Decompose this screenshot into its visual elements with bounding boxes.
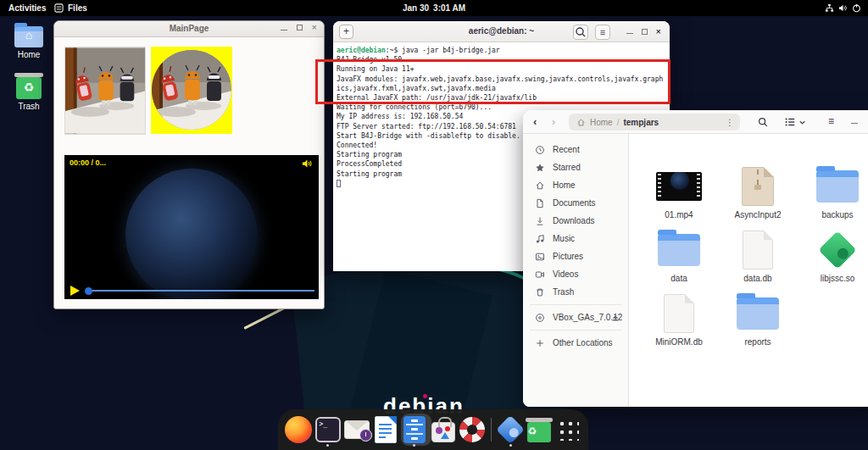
terminal-search-button[interactable] — [573, 25, 588, 40]
system-status-area[interactable] — [825, 0, 861, 16]
files-grid: 01.mp4 AsyncInput2 backups data data.db … — [630, 134, 868, 407]
clock-icon — [535, 145, 545, 155]
sidebar-item-videos[interactable]: Videos — [523, 265, 628, 283]
play-button[interactable] — [70, 286, 80, 296]
folder-icon — [816, 170, 859, 203]
terminal-icon: >_ — [315, 417, 341, 442]
app-menu-files[interactable]: Files — [54, 0, 87, 16]
figurines-photo-circle-crop — [151, 47, 232, 134]
dock-item-files[interactable] — [401, 411, 427, 448]
dock-item-terminal[interactable]: >_ — [314, 411, 341, 448]
sidebar-item-other-locations[interactable]: Other Locations — [523, 334, 628, 352]
sidebar-item-vbox-gas[interactable]: VBox_GAs_7.0.12 — [523, 308, 628, 326]
sidebar-item-trash[interactable]: Trash — [523, 283, 628, 301]
files-headerbar[interactable]: ‹ › Home / tempjars ⋮ ≡ — [523, 110, 868, 134]
close-button[interactable]: × — [312, 24, 317, 31]
video-time-label: 00:00 / 0... — [70, 158, 106, 167]
view-toggle-button[interactable] — [784, 116, 818, 128]
minimize-button[interactable] — [626, 33, 633, 34]
seek-slider-track[interactable] — [87, 290, 314, 292]
activities-button[interactable]: Activities — [8, 0, 46, 16]
files-app-icon — [403, 416, 426, 443]
terminal-titlebar[interactable]: + aeric@debian: ~ ≡ × — [333, 21, 670, 42]
blue-diamond-app-icon — [496, 415, 525, 444]
video-player[interactable]: 00:00 / 0... — [64, 155, 319, 299]
dock-item-firefox[interactable] — [285, 411, 312, 448]
minimize-button[interactable] — [851, 123, 858, 124]
file-item[interactable]: MiniORM.db — [643, 293, 715, 347]
sidebar-item-music[interactable]: Music — [523, 230, 628, 247]
lifebuoy-icon — [459, 417, 485, 442]
running-indicator — [509, 444, 512, 447]
dock-item-evolution[interactable] — [343, 411, 370, 448]
sidebar-separator — [530, 304, 621, 305]
desktop-icon-trash[interactable]: ♻ Trash — [8, 73, 49, 111]
dock-item-help[interactable] — [459, 411, 485, 448]
desktop-icon-label: Trash — [8, 102, 49, 111]
sidebar-item-recent[interactable]: Recent — [523, 141, 628, 158]
terminal-cursor — [337, 180, 341, 187]
hamburger-menu-button[interactable]: ≡ — [828, 116, 840, 128]
eject-icon[interactable] — [610, 313, 620, 323]
path-bar[interactable]: Home / tempjars ⋮ — [569, 114, 740, 131]
files-app-mini-icon — [54, 3, 64, 13]
power-icon — [852, 3, 861, 13]
maximize-button[interactable] — [297, 25, 303, 31]
volume-icon — [838, 3, 848, 13]
network-icon — [825, 3, 834, 13]
search-icon[interactable] — [757, 116, 769, 128]
files-sidebar: Recent Starred Home Documents Downloads … — [523, 134, 629, 407]
document-file-icon — [664, 294, 694, 333]
annotation-highlight-box — [315, 59, 670, 104]
file-item[interactable]: data — [643, 230, 715, 283]
home-icon — [535, 181, 545, 191]
star-icon — [535, 163, 545, 173]
folder-icon — [658, 234, 700, 266]
volume-icon[interactable] — [302, 158, 313, 169]
dock-item-show-apps[interactable] — [555, 411, 581, 448]
forward-button[interactable]: › — [552, 115, 555, 128]
dock-separator — [491, 418, 492, 442]
path-menu-button[interactable]: ⋮ — [726, 118, 734, 127]
sidebar-item-home[interactable]: Home — [523, 176, 628, 194]
terminal-prompt-line: aeric@debian:~$ java -jar b4j-bridge.jar — [337, 46, 666, 55]
file-item[interactable]: data.db — [722, 230, 793, 283]
seek-slider-thumb[interactable] — [85, 287, 92, 295]
file-item[interactable]: backups — [802, 166, 868, 219]
dock-item-libreoffice-writer[interactable] — [372, 411, 398, 448]
mainpage-titlebar[interactable]: MainPage × — [54, 21, 324, 37]
file-item[interactable]: 01.mp4 — [643, 166, 715, 219]
dock-item-b4j-bridge[interactable] — [498, 411, 524, 448]
folder-icon — [737, 297, 779, 330]
maximize-button[interactable] — [642, 29, 648, 35]
desktop-icon-home[interactable]: ⌂ Home — [8, 23, 49, 59]
file-item[interactable]: AsyncInput2 — [722, 166, 793, 219]
file-item[interactable]: reports — [722, 293, 793, 347]
list-view-icon — [784, 116, 796, 128]
path-root[interactable]: Home — [590, 118, 613, 127]
document-icon — [535, 198, 545, 208]
dock-item-trash[interactable]: ♻ — [526, 411, 553, 448]
disc-icon — [535, 313, 545, 323]
sidebar-item-downloads[interactable]: Downloads — [523, 212, 628, 230]
file-item[interactable]: libjssc.so — [802, 230, 868, 283]
show-applications-grid-icon — [557, 419, 579, 441]
shared-library-icon — [818, 231, 857, 269]
picture-icon — [535, 252, 545, 262]
music-note-icon — [535, 234, 545, 244]
close-button[interactable]: × — [656, 28, 661, 36]
sidebar-item-starred[interactable]: Starred — [523, 158, 628, 176]
path-current-folder[interactable]: tempjars — [623, 118, 659, 127]
dock-item-software[interactable] — [430, 411, 456, 448]
plus-icon — [535, 338, 545, 348]
back-button[interactable]: ‹ — [533, 115, 537, 128]
minimize-button[interactable] — [281, 30, 287, 31]
sidebar-item-pictures[interactable]: Pictures — [523, 247, 628, 265]
sidebar-item-documents[interactable]: Documents — [523, 194, 628, 212]
mail-icon — [344, 420, 370, 439]
files-window: ‹ › Home / tempjars ⋮ ≡ Recent Starred — [523, 110, 868, 407]
terminal-menu-button[interactable]: ≡ — [595, 25, 610, 40]
dock: >_ ♻ — [278, 409, 588, 450]
running-indicator — [413, 444, 415, 447]
file-name: libjssc.so — [802, 274, 868, 283]
